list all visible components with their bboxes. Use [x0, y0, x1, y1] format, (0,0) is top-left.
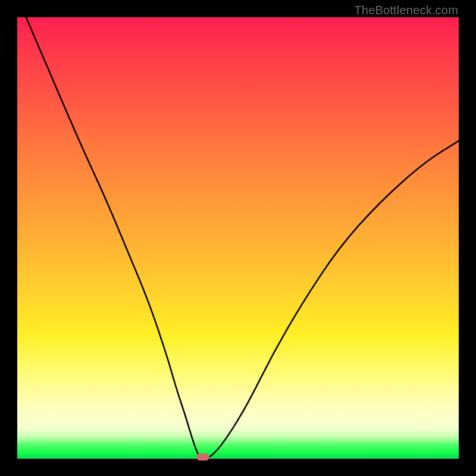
- curve-path: [26, 17, 459, 459]
- chart-frame: TheBottleneck.com: [0, 0, 476, 476]
- minimum-marker: [196, 453, 209, 461]
- watermark-text: TheBottleneck.com: [354, 4, 458, 17]
- plot-area: [17, 17, 459, 459]
- bottleneck-curve: [17, 17, 459, 459]
